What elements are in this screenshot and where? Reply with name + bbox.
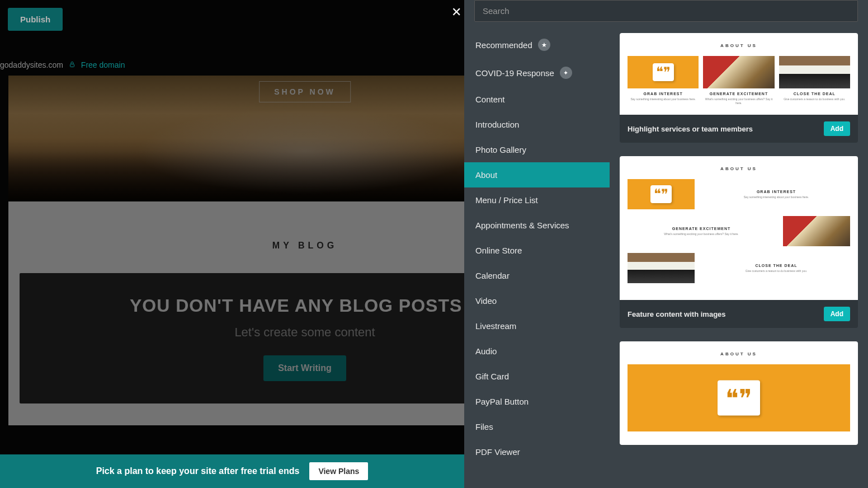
quote-icon [628, 179, 695, 209]
add-section-panel: Recommended★COVID-19 Response✦ContentInt… [464, 0, 868, 488]
category-label: Photo Gallery [475, 145, 526, 154]
domain-bar: godaddysites.com Free domain [0, 60, 125, 69]
category-item[interactable]: Audio [464, 339, 610, 364]
category-item[interactable]: Livestream [464, 313, 610, 339]
template-preview: ABOUT US GRAB INTERESTSay something inte… [620, 33, 858, 115]
category-label: Recommended [475, 40, 532, 50]
category-label: PayPal Button [475, 397, 529, 406]
category-label: Files [475, 422, 493, 431]
category-item[interactable]: Content [464, 87, 610, 112]
typewriter-image [779, 56, 850, 88]
category-item[interactable]: Calendar [464, 263, 610, 288]
laptop-image [783, 216, 850, 246]
template-card[interactable]: ABOUT US [620, 341, 858, 445]
free-domain-link[interactable]: Free domain [81, 60, 125, 69]
template-preview: ABOUT US GRAB INTERESTSay something inte… [620, 156, 858, 300]
ribbon-icon: ✦ [560, 67, 572, 79]
category-label: Introduction [475, 120, 519, 129]
category-item[interactable]: Menu / Price List [464, 187, 610, 213]
category-label: PDF Viewer [475, 447, 520, 457]
category-item[interactable]: Recommended★ [464, 31, 610, 59]
category-item[interactable]: Files [464, 414, 610, 439]
category-label: Video [475, 296, 497, 306]
category-label: Online Store [475, 246, 522, 255]
category-label: Appointments & Services [475, 220, 569, 230]
category-label: Calendar [475, 271, 510, 280]
category-item[interactable]: Appointments & Services [464, 213, 610, 238]
category-label: Audio [475, 346, 497, 356]
add-button[interactable]: Add [824, 307, 850, 321]
add-button[interactable]: Add [824, 121, 850, 136]
category-item[interactable]: Gift Card [464, 364, 610, 389]
template-grid[interactable]: ABOUT US GRAB INTERESTSay something inte… [610, 27, 868, 488]
category-label: Menu / Price List [475, 195, 538, 205]
category-label: About [475, 170, 497, 180]
category-label: Content [475, 95, 505, 104]
category-item[interactable]: COVID-19 Response✦ [464, 59, 610, 87]
category-item[interactable]: Introduction [464, 112, 610, 137]
typewriter-image [628, 253, 695, 283]
laptop-image [703, 56, 774, 88]
template-desc: Feature content with images [628, 310, 726, 318]
view-plans-button[interactable]: View Plans [309, 462, 368, 480]
star-icon: ★ [538, 39, 550, 51]
lock-icon [69, 60, 76, 69]
template-card[interactable]: ABOUT US GRAB INTERESTSay something inte… [620, 33, 858, 143]
template-desc: Highlight services or team members [628, 125, 753, 133]
trial-bar: Pick a plan to keep your site after free… [0, 454, 464, 488]
category-item[interactable]: Online Store [464, 238, 610, 263]
category-item[interactable]: About [464, 162, 610, 187]
template-card[interactable]: ABOUT US GRAB INTERESTSay something inte… [620, 156, 858, 328]
domain-text: godaddysites.com [0, 60, 63, 69]
close-icon[interactable]: ✕ [450, 6, 463, 19]
category-item[interactable]: PayPal Button [464, 389, 610, 414]
trial-message: Pick a plan to keep your site after free… [96, 466, 300, 476]
quote-icon [628, 364, 850, 431]
category-label: Gift Card [475, 372, 509, 381]
category-label: COVID-19 Response [475, 68, 554, 78]
category-item[interactable]: Video [464, 288, 610, 313]
search-input[interactable] [474, 0, 858, 22]
svg-rect-0 [70, 64, 74, 67]
quote-icon [628, 56, 699, 88]
category-label: Livestream [475, 321, 516, 331]
template-preview: ABOUT US [620, 341, 858, 445]
publish-button[interactable]: Publish [8, 8, 63, 31]
editor-canvas: SHOP NOW MY BLOG YOU DON'T HAVE ANY BLOG… [0, 0, 464, 488]
modal-overlay[interactable] [0, 0, 464, 488]
category-item[interactable]: PDF Viewer [464, 439, 610, 464]
category-item[interactable]: Photo Gallery [464, 137, 610, 162]
category-list[interactable]: Recommended★COVID-19 Response✦ContentInt… [464, 27, 610, 488]
